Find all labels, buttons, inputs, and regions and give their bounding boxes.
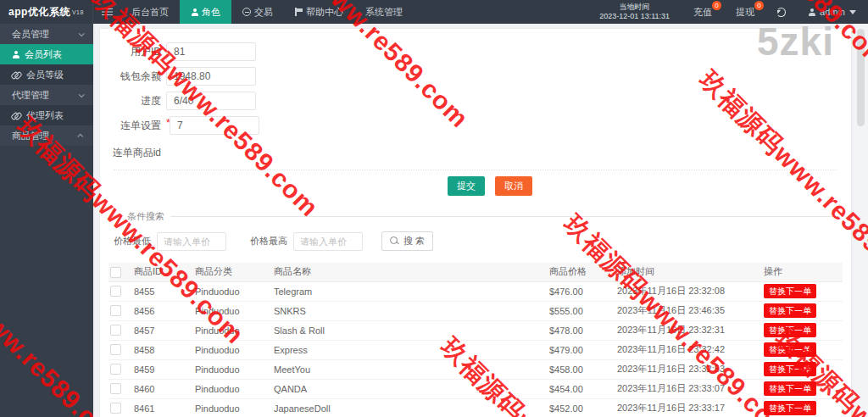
replace-next-order-button[interactable]: 替换下一单 <box>764 284 816 298</box>
field-label-combo-product-id: 连单商品id <box>100 146 161 160</box>
sidebar-group-member-management[interactable]: 会员管理 <box>0 24 93 44</box>
cell-created-time: 2023年11月16日 23:33:07 <box>615 379 762 398</box>
nav-item-label: 角色 <box>202 6 220 19</box>
top-navbar: app优化系统 V18 后台首页 角色 交易 帮助中心 系统管理 当地时间 20… <box>0 0 868 24</box>
table-row: 8458 Pinduoduo Express $479.00 2023年11月1… <box>108 340 843 359</box>
row-checkbox[interactable] <box>110 305 121 316</box>
scrollbar[interactable] <box>854 24 868 417</box>
scrollbar-thumb[interactable] <box>857 29 865 126</box>
cell-product-name: MeetYou <box>272 359 548 379</box>
wallet-balance-input[interactable] <box>166 67 256 86</box>
main-area: 用户ID 钱包余额 进度 连单设置 * 连单商品id 提交 取 <box>93 24 868 417</box>
replace-next-order-button[interactable]: 替换下一单 <box>764 323 816 337</box>
cell-created-time: 2023年11月16日 23:46:35 <box>615 301 762 320</box>
withdraw-button[interactable]: 提现 0 <box>724 0 766 24</box>
submit-button[interactable]: 提交 <box>448 176 485 196</box>
row-checkbox[interactable] <box>110 344 121 355</box>
sidebar-item-member-list[interactable]: 会员列表 <box>0 44 93 64</box>
row-checkbox[interactable] <box>110 364 121 375</box>
admin-menu[interactable]: admin <box>796 7 868 17</box>
user-icon <box>808 8 815 16</box>
progress-input[interactable] <box>166 92 256 110</box>
nav-item-roles[interactable]: 角色 <box>180 0 231 24</box>
cell-product-id: 8461 <box>132 398 193 417</box>
row-checkbox[interactable] <box>110 403 121 414</box>
cell-product-id: 8460 <box>132 379 193 398</box>
table-row: 8455 Pinduoduo Telegram $476.00 2023年11月… <box>108 281 843 301</box>
member-edit-form: 用户ID 钱包余额 进度 连单设置 * 连单商品id 提交 取 <box>100 29 851 196</box>
table-row: 8461 Pinduoduo JapaneseDoll $452.00 2023… <box>108 398 843 417</box>
cell-product-id: 8455 <box>132 281 193 301</box>
cell-product-id: 8457 <box>132 320 193 340</box>
local-time-label: 当地时间 <box>599 3 670 12</box>
cell-product-price: $452.00 <box>548 398 615 417</box>
cancel-button[interactable]: 取消 <box>495 176 532 196</box>
search-button[interactable]: 搜 索 <box>381 231 433 251</box>
combo-setting-input[interactable] <box>170 116 259 135</box>
row-checkbox[interactable] <box>110 325 121 336</box>
table-header-row: 商品ID 商品分类 商品名称 商品价格 添加时间 操作 <box>108 263 843 281</box>
nav-item-trade[interactable]: 交易 <box>231 0 284 24</box>
table-row: 8460 Pinduoduo QANDA $454.00 2023年11月16日… <box>108 379 843 398</box>
form-divider <box>114 170 837 170</box>
cell-product-name: QANDA <box>272 379 548 398</box>
row-checkbox[interactable] <box>110 286 121 297</box>
hamburger-icon <box>102 8 113 16</box>
replace-next-order-button[interactable]: 替换下一单 <box>764 401 816 415</box>
nav-item-help-center[interactable]: 帮助中心 <box>284 0 354 24</box>
min-price-input[interactable] <box>157 232 226 251</box>
chevron-down-icon <box>849 10 856 14</box>
sidebar-group-product-management[interactable]: 商品管理 <box>0 125 93 146</box>
cell-product-category: Pinduoduo <box>193 301 272 320</box>
replace-next-order-button[interactable]: 替换下一单 <box>764 303 816 318</box>
cell-created-time: 2023年11月16日 23:32:31 <box>615 320 762 340</box>
header-product-price: 商品价格 <box>548 263 615 281</box>
replace-next-order-button[interactable]: 替换下一单 <box>764 342 816 357</box>
replace-next-order-button[interactable]: 替换下一单 <box>764 362 816 376</box>
local-time: 当地时间 2023-12-01 13:11:31 <box>587 3 682 22</box>
cell-product-name: Telegram <box>272 281 548 301</box>
header-actions: 操作 <box>762 263 843 281</box>
field-label-combo-setting: 连单设置 <box>100 119 161 133</box>
recharge-button[interactable]: 充值 0 <box>682 0 724 24</box>
product-table: 商品ID 商品分类 商品名称 商品价格 添加时间 操作 8455 Pinduod… <box>108 263 843 417</box>
min-price-label: 价格最低 <box>114 235 151 247</box>
max-price-label: 价格最高 <box>250 235 287 247</box>
nav-item-system-management[interactable]: 系统管理 <box>354 0 414 24</box>
recharge-badge: 0 <box>712 1 721 10</box>
replace-next-order-button[interactable]: 替换下一单 <box>764 381 816 396</box>
user-id-input[interactable] <box>166 42 256 61</box>
sidebar-toggle-button[interactable] <box>93 0 120 24</box>
user-icon <box>12 51 19 58</box>
refresh-icon <box>776 8 786 17</box>
select-all-checkbox[interactable] <box>110 267 121 278</box>
header-created-time: 添加时间 <box>615 263 762 281</box>
cell-product-price: $458.00 <box>548 359 615 379</box>
table-row: 8459 Pinduoduo MeetYou $458.00 2023年11月1… <box>108 359 843 379</box>
sidebar-group-label: 代理管理 <box>12 89 49 102</box>
cell-product-name: SNKRS <box>272 301 548 320</box>
withdraw-badge: 0 <box>754 1 764 10</box>
app-title: app优化系统 <box>8 5 70 19</box>
nav-item-dashboard[interactable]: 后台首页 <box>120 0 180 24</box>
sidebar-group-agent-management[interactable]: 代理管理 <box>0 85 93 105</box>
header-product-id: 商品ID <box>132 263 193 281</box>
search-button-label: 搜 索 <box>403 235 425 247</box>
row-checkbox[interactable] <box>110 383 121 394</box>
search-legend-text: 条件搜索 <box>127 210 164 223</box>
cell-product-name: Slash & Roll <box>272 320 548 340</box>
refresh-button[interactable] <box>766 8 796 17</box>
chevron-down-icon <box>79 31 85 36</box>
max-price-input[interactable] <box>293 232 363 251</box>
cell-product-price: $478.00 <box>548 320 615 340</box>
cell-product-id: 8459 <box>132 359 193 379</box>
cell-product-price: $479.00 <box>548 340 615 359</box>
recharge-label: 充值 <box>693 6 712 19</box>
sidebar-item-label: 会员等级 <box>26 69 64 81</box>
sidebar-item-member-level[interactable]: 会员等级 <box>0 64 93 85</box>
coin-icon <box>242 8 251 16</box>
sidebar-item-label: 代理列表 <box>26 109 64 122</box>
cell-product-category: Pinduoduo <box>193 379 272 398</box>
sidebar-item-agent-list[interactable]: 代理列表 <box>0 105 93 125</box>
flag-icon <box>295 8 303 16</box>
